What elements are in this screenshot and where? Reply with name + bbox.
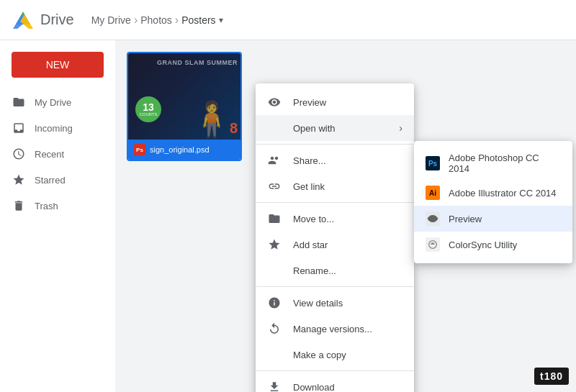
menu-label-add-star: Add star <box>293 240 402 250</box>
submenu-item-illustrator[interactable]: Ai Adobe Illustrator CC 2014 <box>414 180 572 206</box>
submenu-label-illustrator: Adobe Illustrator CC 2014 <box>449 188 557 199</box>
menu-label-make-copy: Make a copy <box>293 350 402 360</box>
preview-app-icon <box>426 211 440 226</box>
main-content: GRAND SLAM SUMMER 🧍 13 courts 8 Ps sign_… <box>115 40 576 392</box>
clock-icon <box>12 147 26 161</box>
star-icon <box>12 173 26 187</box>
preview-menu-icon <box>267 95 282 109</box>
rename-icon <box>267 263 282 278</box>
new-button[interactable]: NEW <box>12 52 104 78</box>
photoshop-icon: Ps <box>426 156 440 170</box>
logo: Drive <box>12 9 74 32</box>
submenu-item-photoshop[interactable]: Ps Adobe Photoshop CC 2014 <box>414 147 572 180</box>
menu-item-share[interactable]: Share... <box>256 147 414 173</box>
submenu-item-colorsync[interactable]: ColorSync Utility <box>414 232 572 257</box>
submenu-label-photoshop: Adobe Photoshop CC 2014 <box>449 152 561 174</box>
header: Drive My Drive › Photos › Posters ▾ <box>0 0 576 40</box>
sidebar-label-incoming: Incoming <box>35 123 73 134</box>
breadcrumb: My Drive › Photos › Posters ▾ <box>91 14 223 27</box>
breadcrumb-current[interactable]: Posters ▾ <box>181 14 222 26</box>
sidebar-label-recent: Recent <box>35 149 64 160</box>
menu-item-rename[interactable]: Rename... <box>256 257 414 283</box>
versions-icon <box>267 322 282 336</box>
submenu-label-preview: Preview <box>449 214 482 224</box>
menu-label-preview: Preview <box>293 97 402 108</box>
breadcrumb-posters: Posters <box>181 14 215 26</box>
breadcrumb-sep-2: › <box>175 14 179 27</box>
sidebar-label-trash: Trash <box>35 201 58 211</box>
file-thumbnail: GRAND SLAM SUMMER 🧍 13 courts 8 <box>128 53 240 140</box>
psd-icon: Ps <box>134 144 145 155</box>
share-icon <box>267 153 282 168</box>
watermark-text: t180 <box>540 370 563 382</box>
folder-icon <box>12 95 26 109</box>
colorsync-icon <box>426 237 440 252</box>
main-layout: NEW My Drive Incoming Recent <box>0 40 576 392</box>
menu-label-share: Share... <box>293 155 402 166</box>
menu-label-move-to: Move to... <box>293 214 402 224</box>
sidebar-item-trash[interactable]: Trash <box>0 193 107 219</box>
drive-logo-icon <box>12 9 35 32</box>
breadcrumb-my-drive[interactable]: My Drive <box>91 14 131 26</box>
sidebar-item-incoming[interactable]: Incoming <box>0 115 107 141</box>
sidebar-label-my-drive: My Drive <box>35 97 71 108</box>
menu-item-make-copy[interactable]: Make a copy <box>256 342 414 368</box>
sidebar-item-starred[interactable]: Starred <box>0 167 107 193</box>
menu-item-open-with[interactable]: Open with › Ps Adobe Photoshop CC 2014 A… <box>256 115 414 141</box>
folder-move-icon <box>267 211 282 226</box>
sidebar-item-my-drive[interactable]: My Drive <box>0 89 107 115</box>
menu-item-manage-versions[interactable]: Manage versions... <box>256 316 414 342</box>
menu-item-get-link[interactable]: Get link <box>256 173 414 199</box>
download-icon <box>267 380 282 392</box>
menu-label-rename: Rename... <box>293 265 402 276</box>
logo-text: Drive <box>40 12 74 28</box>
context-menu: Preview Open with › Ps Adobe Photoshop C… <box>256 83 414 392</box>
file-label: Ps sign_original.psd <box>128 140 240 160</box>
submenu: Ps Adobe Photoshop CC 2014 Ai Adobe Illu… <box>414 141 572 263</box>
link-icon <box>267 179 282 193</box>
sidebar: NEW My Drive Incoming Recent <box>0 40 115 392</box>
inbox-icon <box>12 121 26 135</box>
menu-label-open-with: Open with <box>293 123 387 134</box>
breadcrumb-sep-1: › <box>134 14 138 27</box>
info-icon <box>267 296 282 310</box>
thumbnail-figure: 🧍 <box>190 99 233 140</box>
submenu-label-colorsync: ColorSync Utility <box>449 240 517 250</box>
copy-icon <box>267 347 282 362</box>
submenu-item-preview[interactable]: Preview <box>414 206 572 232</box>
chevron-down-icon: ▾ <box>219 15 223 25</box>
menu-item-add-star[interactable]: Add star <box>256 232 414 257</box>
menu-label-manage-versions: Manage versions... <box>293 324 402 334</box>
thumbnail-bg-text: GRAND SLAM SUMMER <box>157 59 238 66</box>
watermark: t180 <box>534 368 569 385</box>
open-with-icon <box>267 121 282 135</box>
sidebar-item-recent[interactable]: Recent <box>0 141 107 167</box>
menu-label-get-link: Get link <box>293 181 402 192</box>
menu-divider-2 <box>256 202 414 203</box>
thumbnail-content: GRAND SLAM SUMMER 🧍 13 courts 8 <box>128 53 240 140</box>
trash-icon <box>12 199 26 213</box>
menu-divider-1 <box>256 144 414 145</box>
star-menu-icon <box>267 237 282 252</box>
illustrator-icon: Ai <box>426 186 440 200</box>
menu-label-view-details: View details <box>293 298 402 309</box>
thumbnail-badge: 13 courts <box>135 96 161 122</box>
menu-divider-4 <box>256 370 414 371</box>
file-name: sign_original.psd <box>150 145 210 154</box>
sidebar-label-starred: Starred <box>35 175 66 186</box>
menu-item-download[interactable]: Download <box>256 374 414 392</box>
menu-item-preview[interactable]: Preview <box>256 89 414 115</box>
menu-label-download: Download <box>293 382 402 393</box>
menu-item-move-to[interactable]: Move to... <box>256 206 414 232</box>
menu-divider-3 <box>256 286 414 287</box>
menu-item-view-details[interactable]: View details <box>256 290 414 316</box>
file-item[interactable]: GRAND SLAM SUMMER 🧍 13 courts 8 Ps sign_… <box>127 52 242 161</box>
thumbnail-number: 8 <box>230 120 238 137</box>
submenu-arrow-icon: › <box>399 122 402 134</box>
breadcrumb-photos[interactable]: Photos <box>140 14 172 26</box>
